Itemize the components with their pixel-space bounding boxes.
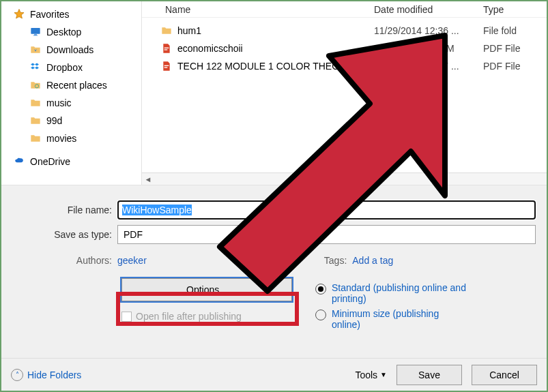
pdf-icon: [160, 60, 173, 72]
downloads-icon: [29, 44, 42, 56]
pdf-icon: [160, 42, 173, 55]
horizontal-scrollbar[interactable]: ◄: [142, 172, 547, 185]
cancel-button[interactable]: Cancel: [472, 365, 537, 385]
sidebar-item-music[interactable]: music: [8, 94, 141, 112]
open-after-label: Open file after publishing: [136, 311, 242, 322]
authors-label: Authors:: [1, 255, 117, 266]
open-after-checkbox[interactable]: [121, 312, 132, 322]
nav-pane: Favorites Desktop Downloads: [1, 1, 141, 185]
saveastype-label: Save as type:: [1, 229, 117, 240]
folder-icon: [29, 97, 42, 109]
form-area: File name: Save as type: PDF Authors: ge…: [1, 185, 547, 391]
svg-rect-0: [31, 28, 40, 34]
filename-label: File name:: [1, 205, 117, 215]
sidebar-item-movies[interactable]: movies: [8, 130, 141, 147]
svg-rect-4: [164, 48, 169, 48]
column-headers[interactable]: Name Date modified Type: [142, 1, 547, 18]
file-row[interactable]: economicschoii 12/3/2014 1:25 AM PDF Fil…: [142, 40, 547, 57]
filename-input[interactable]: [117, 200, 536, 220]
optimize-standard-radio[interactable]: [315, 284, 326, 295]
sidebar-item-99d[interactable]: 99d: [8, 112, 141, 130]
sidebar-item-dropbox[interactable]: Dropbox: [8, 59, 141, 76]
authors-value[interactable]: geeker: [117, 255, 147, 266]
optimize-minimum-label: Minimum size (publishing online): [332, 308, 468, 330]
onedrive-icon: [12, 155, 26, 168]
svg-rect-1: [34, 34, 37, 35]
favorites-header[interactable]: Favorites: [8, 5, 141, 23]
optimize-minimum-radio[interactable]: [315, 310, 326, 320]
file-name: economicschoii: [177, 43, 243, 54]
dropbox-icon: [29, 61, 42, 74]
saveastype-value: PDF: [124, 229, 143, 240]
scroll-left-icon[interactable]: ◄: [142, 175, 154, 183]
onedrive-label: OneDrive: [30, 156, 70, 167]
col-name[interactable]: Name: [142, 4, 374, 15]
folder-icon: [29, 115, 42, 127]
tags-value[interactable]: Add a tag: [352, 255, 393, 266]
svg-rect-6: [164, 65, 169, 66]
file-row[interactable]: hum1 11/29/2014 12:36 ... File fold: [142, 22, 547, 40]
file-name: TECH 122 MODULE 1 COLOR THEORIES(2): [177, 61, 373, 72]
options-button[interactable]: Options...: [121, 278, 292, 301]
file-date: 12/3/2014 1:25 AM: [374, 43, 483, 54]
star-icon: [12, 8, 26, 20]
file-name: hum1: [177, 25, 201, 36]
dialog-footer: ˄ Hide Folders Tools ▼ Save Cancel: [1, 358, 547, 391]
save-as-dialog: Favorites Desktop Downloads: [0, 0, 548, 392]
sidebar-item-downloads[interactable]: Downloads: [8, 41, 141, 59]
svg-rect-7: [164, 67, 168, 67]
chevron-up-icon: ˄: [11, 369, 23, 381]
favorites-label: Favorites: [30, 9, 70, 20]
tools-menu[interactable]: Tools ▼: [355, 370, 387, 380]
file-list-pane: Name Date modified Type hum1 11/29/2014 …: [141, 1, 547, 185]
hide-folders-button[interactable]: ˄ Hide Folders: [11, 369, 81, 381]
file-row[interactable]: TECH 122 MODULE 1 COLOR THEORIES(2) 11/2…: [142, 57, 547, 75]
svg-rect-2: [33, 35, 38, 36]
svg-rect-5: [164, 49, 168, 50]
recent-icon: [29, 79, 42, 91]
tags-label: Tags:: [324, 255, 347, 266]
file-type: PDF File: [483, 61, 547, 72]
save-button[interactable]: Save: [396, 365, 462, 385]
col-date[interactable]: Date modified: [374, 4, 483, 15]
file-date: 11/28/2014 11:57 ...: [374, 61, 483, 72]
onedrive-header[interactable]: OneDrive: [8, 153, 141, 170]
saveastype-combo[interactable]: PDF: [117, 225, 536, 244]
col-type[interactable]: Type: [483, 4, 547, 15]
sidebar-item-recent[interactable]: Recent places: [8, 76, 141, 94]
optimize-standard-label: Standard (publishing online and printing…: [332, 282, 468, 304]
desktop-icon: [29, 26, 42, 38]
folder-icon: [160, 25, 173, 37]
chevron-down-icon: ▼: [380, 371, 387, 378]
file-type: PDF File: [483, 43, 547, 54]
file-type: File fold: [483, 25, 547, 36]
file-date: 11/29/2014 12:36 ...: [374, 25, 483, 36]
folder-icon: [29, 132, 42, 145]
sidebar-item-desktop[interactable]: Desktop: [8, 23, 141, 41]
